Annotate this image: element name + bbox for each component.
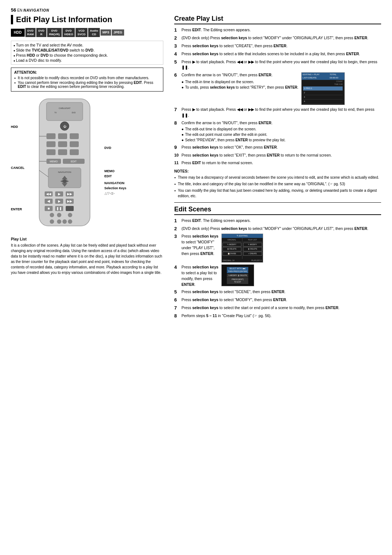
svg-text:▶▶: ▶▶	[67, 192, 72, 196]
step-3: 3 Press selection keys to select "CREATE…	[174, 43, 381, 49]
step-10: 10 Press selection keys to select "EXIT"…	[174, 153, 381, 158]
section-title-header: NAVIGATION	[24, 8, 49, 12]
attention-list: It is not possible to modify discs recor…	[14, 76, 160, 89]
svg-rect-12	[70, 141, 79, 147]
badge-hdd: HDD	[11, 29, 25, 37]
step-number: 7	[174, 305, 180, 311]
remote-right-labels: DVD MEMO EDIT NAVIGATION Selection Keys …	[105, 95, 126, 233]
svg-rect-10	[46, 141, 56, 147]
label-memo: MEMO	[105, 169, 126, 173]
notes-list: There may be a discrepancy of several se…	[174, 175, 381, 199]
lang: EN	[17, 8, 23, 12]
screen-mockup-select: SELECT WITH [◀▶]THEN PRESS [ENTER] ✎ MOD…	[221, 264, 254, 286]
step-content: Press selection keys to select the start…	[181, 305, 381, 311]
bullet-item: Load a DVD disc to modify.	[11, 58, 163, 63]
step-6: 6 Confirm the arrow is on "IN/OUT", then…	[174, 72, 381, 105]
step-number: 3	[174, 234, 180, 263]
edit-scenes-steps: 1 Press EDIT. The Editing screen appears…	[174, 218, 381, 319]
note-item: You can modify the play list that has ju…	[174, 188, 381, 199]
svg-point-47	[50, 219, 54, 224]
svg-rect-1	[46, 102, 83, 121]
bullet-item: Slide the TV/CABLE/SAT/DVD switch to DVD…	[11, 48, 163, 53]
step-content: Press EDIT to return to the normal scree…	[181, 160, 381, 166]
edit-step-3: 3 Press selection keys to select "MODIFY…	[174, 234, 381, 263]
step-4: 4 Press selection keys to select a title…	[174, 51, 381, 57]
edit-scenes-title: Edit Scenes	[174, 206, 381, 215]
step-content: Confirm the arrow is on "IN/OUT", then p…	[181, 72, 381, 105]
badge-dvd-r: DVDR	[36, 28, 46, 37]
step-2: 2 (DVD deck only) Press selection keys t…	[174, 35, 381, 41]
svg-point-45	[57, 213, 61, 217]
step-number: 5	[174, 59, 180, 71]
step-content: Press selection keys to select "SCENE", …	[181, 289, 381, 295]
svg-point-50	[68, 219, 72, 224]
svg-rect-11	[58, 141, 67, 147]
step-number: 9	[174, 145, 180, 151]
svg-text:⏻: ⏻	[63, 125, 66, 128]
label-hdd: HDD	[11, 125, 25, 129]
playlist-section: Play List It is a collection of the scen…	[11, 237, 163, 275]
badge-dvd-video: DVDVIDEO	[62, 28, 75, 37]
edit-step-5: 5 Press selection keys to select "SCENE"…	[174, 289, 381, 295]
svg-rect-13	[46, 149, 56, 155]
playlist-title: Play List	[11, 237, 163, 241]
step-content: Press ▶ to start playback. Press ◀◀ or ▶…	[181, 107, 381, 118]
svg-point-48	[57, 219, 61, 224]
notes-title: NOTES:	[174, 169, 381, 173]
svg-text:▶▶: ▶▶	[67, 199, 72, 203]
svg-rect-15	[70, 149, 79, 155]
svg-text:DVD: DVD	[72, 112, 75, 114]
svg-text:◀◀: ◀◀	[46, 192, 51, 196]
step-content: Perform steps 5 – 11 in "Create Play Lis…	[181, 313, 381, 319]
sub-bullet: ● To undo, press selection keys to selec…	[181, 85, 298, 90]
step-number: 4	[174, 264, 180, 287]
svg-rect-8	[58, 133, 67, 139]
sub-bullet: ● The edit-out time is displayed on the …	[181, 126, 381, 132]
step-8: 8 Confirm the arrow is on "IN/OUT", then…	[174, 120, 381, 143]
badge-vcd: VCDSVCD	[75, 28, 87, 37]
playlist-text: It is a collection of the scenes. A play…	[11, 243, 163, 275]
step-content: Press ▶ to start playback. Press ◀◀ or ▶…	[181, 59, 381, 71]
label-arrows: △▽◁▷	[105, 191, 126, 195]
step-number: 5	[174, 289, 180, 295]
setup-bullets: Turn on the TV and select the AV mode. S…	[11, 41, 163, 65]
create-playlist-notes: NOTES: There may be a discrepancy of sev…	[174, 169, 381, 199]
step-number: 4	[174, 51, 180, 57]
svg-text:▶: ▶	[58, 199, 60, 203]
svg-rect-7	[46, 133, 56, 139]
sub-bullet: ● The edit-out point must come after the…	[181, 132, 381, 137]
svg-text:NAVIGATION: NAVIGATION	[58, 171, 71, 173]
label-selection-keys: Selection Keys	[105, 186, 126, 190]
step-number: 7	[174, 107, 180, 118]
step-content: Confirm the arrow is on "IN/OUT", then p…	[181, 120, 381, 143]
step-11: 11 Press EDIT to return to the normal sc…	[174, 160, 381, 166]
label-cancel: CANCEL	[11, 166, 25, 170]
section-divider	[174, 202, 381, 203]
label-navigation: NAVIGATION	[105, 181, 126, 185]
attention-box: ATTENTION: It is not possible to modify …	[11, 68, 163, 92]
left-column: Edit Play List Information HDD DVDRAM DV…	[11, 15, 163, 275]
bullet-item: Press HDD or DVD to choose the correspon…	[11, 53, 163, 58]
badge-audio: AudioCD	[88, 28, 100, 37]
label-dvd: DVD	[105, 146, 126, 150]
svg-rect-14	[58, 149, 67, 155]
step-number: 2	[174, 35, 180, 41]
remote-control-svg: CABLE/SAT TV DVD ⏻ MEMO E	[28, 95, 101, 233]
step-content: Press selection keys to select a play li…	[181, 264, 381, 287]
create-playlist-title: Create Play List	[174, 15, 381, 24]
svg-text:CABLE/SAT: CABLE/SAT	[58, 107, 70, 109]
step-1: 1 Press EDIT. The Editing screen appears…	[174, 27, 381, 33]
step-content: (DVD deck only) Press selection keys to …	[181, 226, 381, 232]
step-content: Press selection keys to select "OK", the…	[181, 145, 381, 151]
badge-dvd-ram: DVDRAM	[25, 28, 36, 37]
step-content: (DVD deck only) Press selection keys to …	[181, 35, 381, 41]
svg-text:▶: ▶	[58, 192, 60, 196]
svg-text:EDIT: EDIT	[71, 160, 77, 163]
original-section: ORIGINAL ✎ MODIFY 🗑 DELETE 📋 DIVIDE	[222, 238, 242, 259]
format-badges: HDD DVDRAM DVDR DVDRW(VR) DVDVIDEO VCDSV…	[11, 28, 163, 37]
note-item: The title, index and category of the pla…	[174, 181, 381, 187]
step-number: 2	[174, 226, 180, 232]
main-title: Edit Play List Information	[11, 15, 163, 24]
edit-step-7: 7 Press selection keys to select the sta…	[174, 305, 381, 311]
step-content: Press EDIT. The Editing screen appears.	[181, 27, 381, 33]
